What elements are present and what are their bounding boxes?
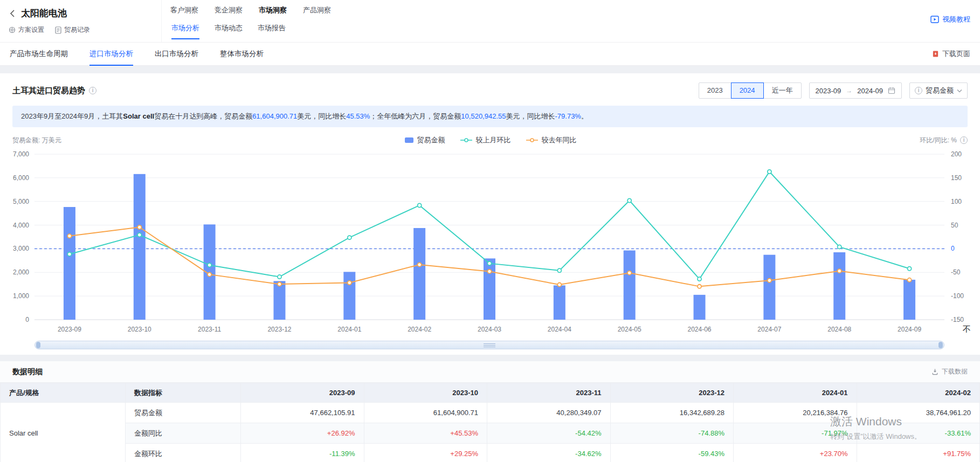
summary-segment: -79.73% <box>555 112 581 120</box>
chart-datazoom-slider[interactable] <box>34 341 944 349</box>
summary-segment: 10,520,942.55 <box>461 112 506 120</box>
tab-product-insight[interactable]: 产品洞察 <box>303 5 331 15</box>
value-cell: +91.75% <box>857 444 980 462</box>
col-header-metric: 数据指标 <box>126 383 241 403</box>
header-tabs: 客户洞察 竞企洞察 市场洞察 产品洞察 市场分析 市场动态 市场报告 <box>162 0 930 42</box>
download-data-icon <box>931 368 938 375</box>
metric-cell: 金额环比 <box>126 444 241 462</box>
chart-legend: 贸易金额 较上月环比 较去年同比 <box>61 135 920 145</box>
svg-text:-50: -50 <box>951 268 961 276</box>
svg-text:2,000: 2,000 <box>13 268 29 276</box>
value-cell: 47,662,105.91 <box>241 403 364 423</box>
summary-segment: ；全年低峰为六月，贸易金额 <box>370 112 461 120</box>
tab-market-insight[interactable]: 市场洞察 <box>259 5 287 15</box>
tab-market-analysis[interactable]: 市场分析 <box>171 23 199 39</box>
tab-market-dynamics[interactable]: 市场动态 <box>215 23 243 39</box>
col-header-month: 2024-01 <box>734 383 857 403</box>
nav-product-lifecycle[interactable]: 产品市场生命周期 <box>10 43 68 66</box>
date-from: 2023-09 <box>816 87 841 95</box>
legend-trade-amount[interactable]: 贸易金额 <box>405 135 445 145</box>
year-2023-button[interactable]: 2023 <box>699 82 731 99</box>
datazoom-handle-left[interactable] <box>36 342 40 348</box>
recent-year-button[interactable]: 近一年 <box>763 82 802 99</box>
svg-text:7,000: 7,000 <box>13 150 29 158</box>
chevron-left-icon <box>10 9 15 18</box>
nav-overall-market-analysis[interactable]: 整体市场分析 <box>220 43 264 66</box>
trade-trend-chart[interactable]: 01,0002,0003,0004,0005,0006,0007,000-150… <box>0 147 980 336</box>
legend-yoy[interactable]: 较去年同比 <box>526 135 577 145</box>
svg-text:3,000: 3,000 <box>13 245 29 252</box>
legend-label: 较上月环比 <box>476 135 511 145</box>
svg-text:100: 100 <box>951 198 962 205</box>
svg-text:1,000: 1,000 <box>13 292 29 300</box>
left-axis-caption: 贸易金额: 万美元 <box>12 136 61 145</box>
download-page-button[interactable]: 下载页面 <box>932 49 970 59</box>
date-range-arrow: → <box>846 87 852 94</box>
product-cell: Solar cell <box>1 403 126 462</box>
scheme-settings-link[interactable]: 方案设置 <box>9 25 44 35</box>
legend-mom[interactable]: 较上月环比 <box>460 135 511 145</box>
summary-segment: 贸易在十月达到高峰，贸易金额 <box>154 112 252 120</box>
year-button-group: 2023 2024 近一年 <box>699 82 802 99</box>
right-axis-info-icon[interactable] <box>960 136 968 144</box>
value-cell: +26.92% <box>241 423 364 444</box>
table-header-row: 产品/规格 数据指标 2023-09 2023-10 2023-11 2023-… <box>1 383 980 403</box>
value-cell: -71.97% <box>734 423 857 444</box>
download-page-label: 下载页面 <box>942 49 970 59</box>
svg-text:2023-10: 2023-10 <box>128 326 151 333</box>
summary-segment: 61,604,900.71 <box>252 112 297 120</box>
line-swatch-teal-icon <box>460 137 472 143</box>
svg-text:2024-01: 2024-01 <box>337 326 361 333</box>
nav-import-market-analysis[interactable]: 进口市场分析 <box>89 43 133 66</box>
download-data-label: 下载数据 <box>942 367 968 376</box>
data-details-card: 数据明细 下载数据 产品/规格 数据指标 2023-09 2023-10 202… <box>0 361 980 462</box>
summary-segment: 。 <box>581 112 588 120</box>
top-header: 太阳能电池 方案设置 贸易记录 客户洞察 竞企洞察 市场洞察 产品洞察 市场分析… <box>0 0 980 43</box>
col-header-month: 2023-11 <box>487 383 611 403</box>
value-cell: 38,764,961.20 <box>857 403 980 423</box>
header-right: 视频教程 <box>930 0 980 42</box>
date-range-picker[interactable]: 2023-09 → 2024-09 <box>809 82 902 99</box>
datazoom-grip[interactable] <box>484 343 495 347</box>
svg-text:2024-05: 2024-05 <box>618 326 641 333</box>
svg-text:2024-09: 2024-09 <box>898 326 921 333</box>
tab-market-report[interactable]: 市场报告 <box>258 23 286 39</box>
col-header-month: 2024-02 <box>857 383 980 403</box>
summary-banner: 2023年9月至2024年9月，土耳其Solar cell贸易在十月达到高峰，贸… <box>12 106 968 127</box>
right-axis-caption: 环比/同比: % <box>920 136 968 145</box>
value-cell: 20,216,384.76 <box>734 403 857 423</box>
tab-customer-insight[interactable]: 客户洞察 <box>170 5 198 15</box>
summary-segment: 美元，同比增长 <box>297 112 346 120</box>
svg-text:2024-02: 2024-02 <box>408 326 431 333</box>
line-swatch-orange-icon <box>526 137 538 143</box>
metric-info-icon[interactable] <box>915 87 922 94</box>
chart-title-info-icon[interactable] <box>89 87 96 94</box>
value-cell: 61,604,900.71 <box>364 403 487 423</box>
value-cell: -34.62% <box>487 444 611 462</box>
back-button[interactable] <box>9 8 16 19</box>
svg-text:2023-09: 2023-09 <box>58 326 81 333</box>
metric-select[interactable]: 贸易金额 <box>909 82 968 99</box>
value-cell: +29.25% <box>364 444 487 462</box>
svg-text:150: 150 <box>951 174 962 182</box>
download-data-button[interactable]: 下载数据 <box>931 367 968 376</box>
video-tutorial-link[interactable]: 视频教程 <box>930 15 970 24</box>
svg-text:2024-08: 2024-08 <box>827 326 851 333</box>
year-2024-button[interactable]: 2024 <box>731 82 764 99</box>
video-play-icon <box>930 15 939 24</box>
datazoom-handle-right[interactable] <box>938 342 943 348</box>
chart-title: 土耳其进口贸易趋势 <box>12 86 85 96</box>
market-sub-tabs: 市场分析 市场动态 市场报告 <box>162 23 930 39</box>
nav-export-market-analysis[interactable]: 出口市场分析 <box>155 43 198 66</box>
value-cell: -33.61% <box>857 423 980 444</box>
metric-cell: 金额同比 <box>126 423 241 444</box>
summary-segment: Solar cell <box>123 112 154 120</box>
tab-competitor-insight[interactable]: 竞企洞察 <box>215 5 243 15</box>
svg-text:-100: -100 <box>951 292 964 300</box>
svg-text:2024-06: 2024-06 <box>688 326 712 333</box>
details-table: 产品/规格 数据指标 2023-09 2023-10 2023-11 2023-… <box>0 383 980 462</box>
trade-records-link[interactable]: 贸易记录 <box>55 25 90 35</box>
calendar-icon <box>888 87 895 94</box>
col-header-month: 2023-12 <box>610 383 734 403</box>
analysis-nav: 产品市场生命周期 进口市场分析 出口市场分析 整体市场分析 下载页面 <box>0 43 980 66</box>
